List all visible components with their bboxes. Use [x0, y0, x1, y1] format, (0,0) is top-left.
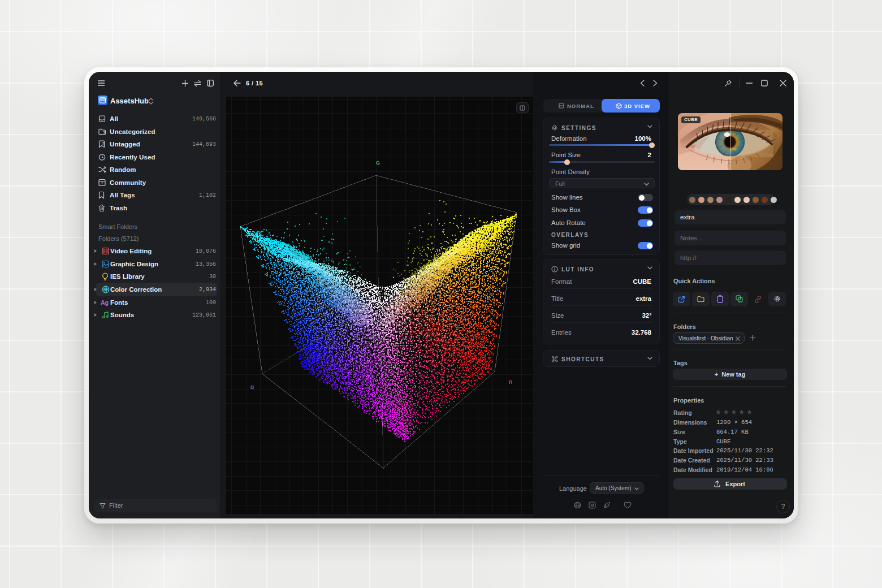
svg-text:?: ? — [103, 130, 105, 134]
svg-text:?: ? — [102, 141, 104, 145]
